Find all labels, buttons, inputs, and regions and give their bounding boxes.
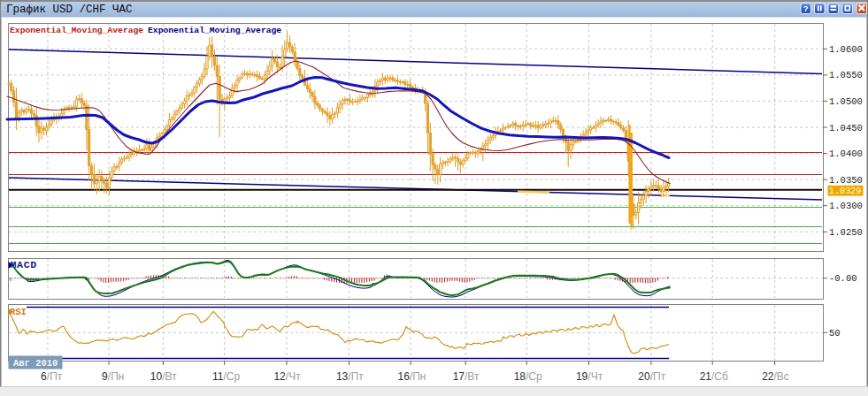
svg-text:1.0400: 1.0400 bbox=[829, 148, 863, 159]
svg-text:21: 21 bbox=[700, 370, 712, 383]
svg-text:/Чт: /Чт bbox=[286, 370, 301, 383]
svg-text:/Вт: /Вт bbox=[162, 370, 177, 383]
svg-text:12: 12 bbox=[273, 370, 286, 383]
svg-text:/Пн: /Пн bbox=[410, 370, 426, 383]
svg-text:/Вт: /Вт bbox=[465, 370, 480, 383]
svg-text:/Чт: /Чт bbox=[588, 370, 603, 383]
svg-text:17: 17 bbox=[453, 370, 465, 383]
svg-text:Exponential_Moving_Average: Exponential_Moving_Average bbox=[148, 26, 281, 35]
svg-text:/Пт: /Пт bbox=[47, 370, 63, 383]
svg-text:MACD: MACD bbox=[11, 259, 37, 270]
svg-text:22: 22 bbox=[762, 370, 774, 383]
svg-text:1.0300: 1.0300 bbox=[829, 201, 863, 211]
svg-text:1.0500: 1.0500 bbox=[829, 96, 863, 107]
svg-text:11: 11 bbox=[212, 370, 224, 383]
svg-text:1.0450: 1.0450 bbox=[829, 123, 863, 133]
svg-text:20: 20 bbox=[638, 370, 650, 383]
svg-text:50: 50 bbox=[829, 328, 841, 339]
svg-text:/Ср: /Ср bbox=[223, 370, 240, 383]
svg-text:1.0350: 1.0350 bbox=[829, 175, 863, 186]
svg-text:/Сб: /Сб bbox=[711, 370, 728, 383]
svg-text:/Пт: /Пт bbox=[650, 370, 666, 383]
svg-text:/Пт: /Пт bbox=[348, 370, 364, 383]
svg-text:/Пн: /Пн bbox=[108, 370, 125, 383]
svg-text:1.0550: 1.0550 bbox=[829, 70, 863, 80]
svg-text:-0.00: -0.00 bbox=[829, 273, 857, 284]
svg-text:1.0250: 1.0250 bbox=[829, 227, 863, 238]
svg-text:1.0600: 1.0600 bbox=[829, 44, 863, 55]
svg-text:RSI: RSI bbox=[10, 307, 27, 317]
svg-text:10: 10 bbox=[150, 370, 163, 383]
svg-text:/Вс: /Вс bbox=[774, 370, 789, 383]
svg-text:/Ср: /Ср bbox=[526, 370, 542, 383]
svg-text:19: 19 bbox=[576, 370, 588, 383]
svg-text:16: 16 bbox=[398, 370, 411, 383]
svg-text:Авг 2010: Авг 2010 bbox=[13, 358, 58, 369]
svg-text:1.0329: 1.0329 bbox=[829, 187, 862, 196]
svg-text:График USD /CHF ЧАС: График USD /CHF ЧАС bbox=[6, 4, 133, 16]
svg-text:?: ? bbox=[803, 4, 809, 13]
svg-text:13: 13 bbox=[336, 370, 349, 383]
svg-text:Exponential_Moving_Average: Exponential_Moving_Average bbox=[10, 26, 143, 35]
svg-text:18: 18 bbox=[514, 370, 526, 383]
